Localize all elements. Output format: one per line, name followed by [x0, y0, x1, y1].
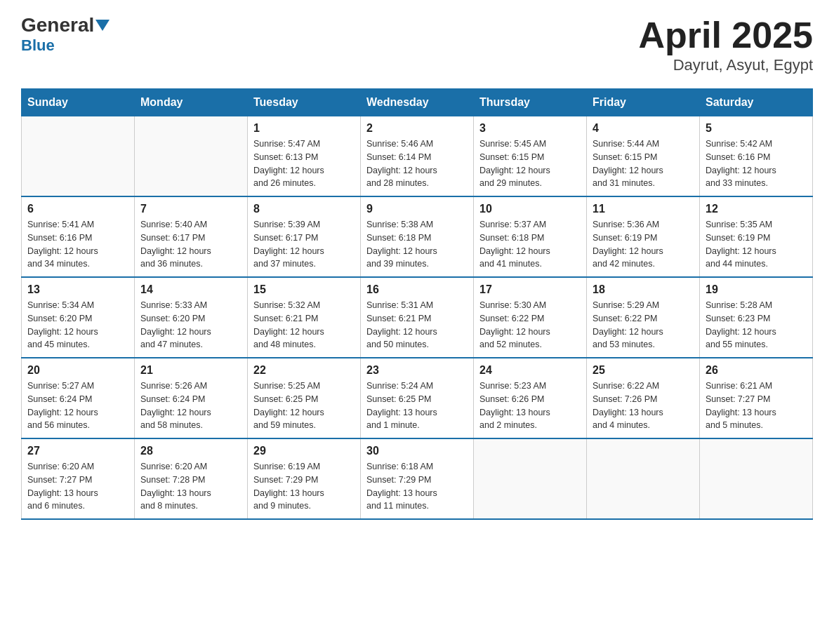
day-info: Sunrise: 5:27 AM Sunset: 6:24 PM Dayligh…: [27, 380, 128, 432]
day-info: Sunrise: 6:21 AM Sunset: 7:27 PM Dayligh…: [706, 380, 807, 432]
day-number: 17: [479, 283, 581, 296]
calendar-day-cell: 8Sunrise: 5:39 AM Sunset: 6:17 PM Daylig…: [248, 196, 361, 277]
calendar-day-cell: 18Sunrise: 5:29 AM Sunset: 6:22 PM Dayli…: [587, 277, 700, 358]
day-number: 20: [27, 364, 128, 377]
calendar-day-cell: [474, 438, 587, 519]
day-info: Sunrise: 5:33 AM Sunset: 6:20 PM Dayligh…: [140, 299, 241, 351]
day-number: 30: [366, 445, 468, 457]
calendar-week-row: 13Sunrise: 5:34 AM Sunset: 6:20 PM Dayli…: [22, 277, 813, 358]
day-info: Sunrise: 5:40 AM Sunset: 6:17 PM Dayligh…: [140, 218, 241, 271]
day-header-monday: Monday: [135, 89, 248, 116]
day-info: Sunrise: 5:39 AM Sunset: 6:17 PM Dayligh…: [253, 218, 355, 271]
day-header-tuesday: Tuesday: [248, 89, 361, 116]
logo-sub-text: Blue: [21, 36, 55, 55]
day-info: Sunrise: 5:34 AM Sunset: 6:20 PM Dayligh…: [27, 299, 128, 351]
day-info: Sunrise: 5:35 AM Sunset: 6:19 PM Dayligh…: [706, 218, 807, 271]
day-header-saturday: Saturday: [700, 89, 813, 116]
calendar-day-cell: 27Sunrise: 6:20 AM Sunset: 7:27 PM Dayli…: [22, 438, 135, 519]
day-number: 19: [706, 283, 807, 296]
calendar-subtitle: Dayrut, Asyut, Egypt: [638, 56, 813, 74]
logo-main-text: General: [21, 14, 94, 36]
day-info: Sunrise: 5:26 AM Sunset: 6:24 PM Dayligh…: [140, 380, 241, 432]
calendar-title: April 2025: [638, 14, 813, 56]
day-number: 6: [27, 203, 128, 215]
day-info: Sunrise: 5:47 AM Sunset: 6:13 PM Dayligh…: [253, 137, 355, 190]
day-number: 15: [253, 283, 355, 296]
day-info: Sunrise: 6:19 AM Sunset: 7:29 PM Dayligh…: [253, 460, 355, 513]
day-info: Sunrise: 5:29 AM Sunset: 6:22 PM Dayligh…: [593, 299, 694, 351]
day-info: Sunrise: 5:28 AM Sunset: 6:23 PM Dayligh…: [706, 299, 807, 351]
calendar-week-row: 6Sunrise: 5:41 AM Sunset: 6:16 PM Daylig…: [22, 196, 813, 277]
calendar-day-cell: [700, 438, 813, 519]
day-info: Sunrise: 5:24 AM Sunset: 6:25 PM Dayligh…: [366, 380, 468, 432]
day-number: 25: [593, 364, 694, 377]
day-number: 23: [366, 364, 468, 377]
calendar-day-cell: 15Sunrise: 5:32 AM Sunset: 6:21 PM Dayli…: [248, 277, 361, 358]
day-number: 9: [366, 203, 468, 215]
day-header-wednesday: Wednesday: [361, 89, 474, 116]
calendar-day-cell: 23Sunrise: 5:24 AM Sunset: 6:25 PM Dayli…: [361, 358, 474, 438]
logo: General Blue: [21, 14, 110, 55]
day-number: 14: [140, 283, 241, 296]
day-info: Sunrise: 5:36 AM Sunset: 6:19 PM Dayligh…: [593, 218, 694, 271]
day-number: 28: [140, 445, 241, 457]
calendar-day-cell: 11Sunrise: 5:36 AM Sunset: 6:19 PM Dayli…: [587, 196, 700, 277]
calendar-day-cell: 4Sunrise: 5:44 AM Sunset: 6:15 PM Daylig…: [587, 116, 700, 197]
calendar-day-cell: 21Sunrise: 5:26 AM Sunset: 6:24 PM Dayli…: [135, 358, 248, 438]
day-header-thursday: Thursday: [474, 89, 587, 116]
calendar-day-cell: 2Sunrise: 5:46 AM Sunset: 6:14 PM Daylig…: [361, 116, 474, 197]
day-number: 24: [479, 364, 581, 377]
day-info: Sunrise: 5:31 AM Sunset: 6:21 PM Dayligh…: [366, 299, 468, 351]
day-number: 10: [479, 203, 581, 215]
calendar-day-cell: 5Sunrise: 5:42 AM Sunset: 6:16 PM Daylig…: [700, 116, 813, 197]
calendar-week-row: 20Sunrise: 5:27 AM Sunset: 6:24 PM Dayli…: [22, 358, 813, 438]
day-number: 11: [593, 203, 694, 215]
day-number: 3: [479, 122, 581, 135]
day-number: 5: [706, 122, 807, 135]
calendar-day-cell: 7Sunrise: 5:40 AM Sunset: 6:17 PM Daylig…: [135, 196, 248, 277]
calendar-day-cell: 17Sunrise: 5:30 AM Sunset: 6:22 PM Dayli…: [474, 277, 587, 358]
day-info: Sunrise: 5:46 AM Sunset: 6:14 PM Dayligh…: [366, 137, 468, 190]
day-number: 13: [27, 283, 128, 296]
calendar-day-cell: 26Sunrise: 6:21 AM Sunset: 7:27 PM Dayli…: [700, 358, 813, 438]
page-header: General Blue April 2025 Dayrut, Asyut, E…: [21, 14, 813, 74]
day-info: Sunrise: 5:25 AM Sunset: 6:25 PM Dayligh…: [253, 380, 355, 432]
day-number: 27: [27, 445, 128, 457]
day-header-sunday: Sunday: [22, 89, 135, 116]
calendar-day-cell: 24Sunrise: 5:23 AM Sunset: 6:26 PM Dayli…: [474, 358, 587, 438]
calendar-week-row: 1Sunrise: 5:47 AM Sunset: 6:13 PM Daylig…: [22, 116, 813, 197]
calendar-day-cell: 1Sunrise: 5:47 AM Sunset: 6:13 PM Daylig…: [248, 116, 361, 197]
calendar-day-cell: 20Sunrise: 5:27 AM Sunset: 6:24 PM Dayli…: [22, 358, 135, 438]
day-number: 2: [366, 122, 468, 135]
day-number: 12: [706, 203, 807, 215]
day-info: Sunrise: 5:23 AM Sunset: 6:26 PM Dayligh…: [479, 380, 581, 432]
day-number: 8: [253, 203, 355, 215]
day-info: Sunrise: 5:44 AM Sunset: 6:15 PM Dayligh…: [593, 137, 694, 190]
day-number: 29: [253, 445, 355, 457]
calendar-header-row: SundayMondayTuesdayWednesdayThursdayFrid…: [22, 89, 813, 116]
day-info: Sunrise: 5:41 AM Sunset: 6:16 PM Dayligh…: [27, 218, 128, 271]
calendar-day-cell: 9Sunrise: 5:38 AM Sunset: 6:18 PM Daylig…: [361, 196, 474, 277]
calendar-day-cell: 13Sunrise: 5:34 AM Sunset: 6:20 PM Dayli…: [22, 277, 135, 358]
calendar-body: 1Sunrise: 5:47 AM Sunset: 6:13 PM Daylig…: [22, 116, 813, 520]
day-number: 18: [593, 283, 694, 296]
calendar-day-cell: [22, 116, 135, 197]
calendar-table: SundayMondayTuesdayWednesdayThursdayFrid…: [21, 88, 813, 520]
calendar-day-cell: [135, 116, 248, 197]
day-info: Sunrise: 5:37 AM Sunset: 6:18 PM Dayligh…: [479, 218, 581, 271]
day-number: 1: [253, 122, 355, 135]
calendar-day-cell: 29Sunrise: 6:19 AM Sunset: 7:29 PM Dayli…: [248, 438, 361, 519]
calendar-day-cell: 6Sunrise: 5:41 AM Sunset: 6:16 PM Daylig…: [22, 196, 135, 277]
calendar-day-cell: 3Sunrise: 5:45 AM Sunset: 6:15 PM Daylig…: [474, 116, 587, 197]
day-number: 4: [593, 122, 694, 135]
day-info: Sunrise: 5:38 AM Sunset: 6:18 PM Dayligh…: [366, 218, 468, 271]
calendar-day-cell: [587, 438, 700, 519]
calendar-day-cell: 10Sunrise: 5:37 AM Sunset: 6:18 PM Dayli…: [474, 196, 587, 277]
day-info: Sunrise: 6:20 AM Sunset: 7:27 PM Dayligh…: [27, 460, 128, 513]
logo-triangle-icon: [95, 20, 110, 31]
calendar-day-cell: 28Sunrise: 6:20 AM Sunset: 7:28 PM Dayli…: [135, 438, 248, 519]
calendar-day-cell: 19Sunrise: 5:28 AM Sunset: 6:23 PM Dayli…: [700, 277, 813, 358]
calendar-day-cell: 25Sunrise: 6:22 AM Sunset: 7:26 PM Dayli…: [587, 358, 700, 438]
day-info: Sunrise: 6:20 AM Sunset: 7:28 PM Dayligh…: [140, 460, 241, 513]
day-number: 16: [366, 283, 468, 296]
